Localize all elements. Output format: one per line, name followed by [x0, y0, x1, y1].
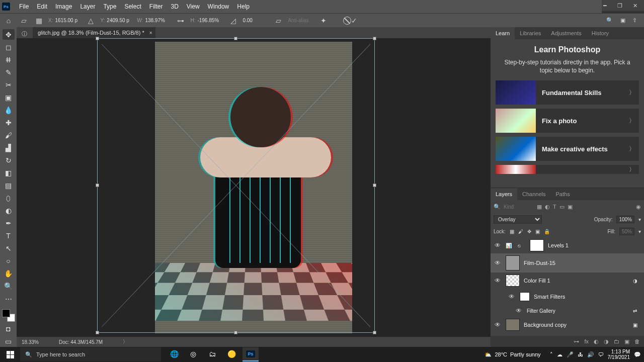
tray-overflow-icon[interactable]: ˄	[550, 351, 553, 358]
window-restore-button[interactable]: ❐	[613, 1, 627, 10]
layer-row-levels[interactable]: 👁 📊 ⎋ Levels 1	[491, 237, 644, 253]
swap-xy-icon[interactable]: △	[85, 15, 96, 26]
filter-toggle-icon[interactable]: ◉	[636, 204, 641, 210]
link-wh-icon[interactable]: ⊶	[175, 15, 186, 26]
hand-tool[interactable]: ✋	[3, 268, 15, 279]
taskbar-edge-icon[interactable]: 🌐	[166, 347, 182, 361]
filter-blend-icon[interactable]: ⇄	[633, 308, 641, 314]
dodge-tool[interactable]: ◐	[3, 206, 15, 216]
eraser-tool[interactable]: ◧	[3, 168, 15, 178]
menu-view[interactable]: View	[183, 0, 204, 13]
shape-tool[interactable]: ○	[3, 256, 15, 266]
menu-edit[interactable]: Edit	[33, 0, 51, 13]
tab-layers[interactable]: Layers	[491, 188, 517, 200]
layer-row-smartfilters[interactable]: 👁 Smart Filters	[491, 289, 644, 305]
search-icon[interactable]: 🔍	[606, 17, 613, 24]
visibility-toggle-icon[interactable]: 👁	[494, 242, 502, 249]
pen-tool[interactable]: ✒	[3, 218, 15, 229]
tray-mic-icon[interactable]: 🎤	[567, 351, 574, 358]
docinfo-display[interactable]: Doc: 44.3M/145.7M	[59, 339, 103, 345]
arrange-documents-icon[interactable]: ▣	[620, 17, 625, 24]
menu-select[interactable]: Select	[120, 0, 145, 13]
type-tool[interactable]: T	[3, 231, 15, 241]
edit-toolbar-icon[interactable]: ⋯	[3, 294, 15, 304]
visibility-toggle-icon[interactable]: 👁	[494, 259, 502, 266]
tray-onedrive-icon[interactable]: ☁	[557, 351, 562, 358]
angle-value[interactable]: 0.00	[243, 18, 268, 23]
menu-window[interactable]: Window	[204, 0, 233, 13]
new-layer-icon[interactable]: ▣	[624, 338, 629, 345]
new-group-icon[interactable]: 🗀	[614, 338, 619, 344]
tray-volume-icon[interactable]: 🔊	[587, 351, 594, 358]
layer-mask-thumb[interactable]	[530, 239, 544, 251]
x-value[interactable]: 1615.00 p	[55, 18, 80, 23]
layer-row-colorfill[interactable]: 👁 Color Fill 1 ◑	[491, 273, 644, 289]
docinfo-chevron-icon[interactable]: 〉	[123, 338, 128, 345]
filter-pixel-icon[interactable]: ▦	[537, 204, 542, 210]
info-icon[interactable]: ⓘ	[22, 30, 27, 38]
layer-filter-input[interactable]	[504, 204, 534, 210]
canvas-viewport[interactable]	[17, 38, 491, 337]
visibility-toggle-icon[interactable]: 👁	[494, 277, 502, 284]
screen-mode-icon[interactable]: ▭	[3, 336, 15, 347]
layer-thumb[interactable]	[506, 275, 520, 287]
menu-help[interactable]: Help	[233, 0, 254, 13]
new-adjustment-icon[interactable]: ◑	[604, 338, 609, 345]
share-icon[interactable]: ⇪	[632, 17, 637, 24]
layer-name[interactable]: Background copy	[524, 322, 629, 328]
layer-row-filtergallery[interactable]: 👁 Filter Gallery ⇄	[491, 305, 644, 317]
marquee-tool[interactable]: ◻	[3, 42, 15, 52]
w-value[interactable]: 138.97%	[145, 18, 170, 23]
layer-name[interactable]: Levels 1	[548, 242, 641, 248]
menu-file[interactable]: File	[15, 0, 33, 13]
tab-paths[interactable]: Paths	[551, 188, 575, 200]
transform-tool-icon[interactable]: ▱	[18, 15, 29, 26]
window-close-button[interactable]: ✕	[628, 1, 642, 10]
visibility-toggle-icon[interactable]: 👁	[515, 307, 523, 314]
menu-3d[interactable]: 3D	[167, 0, 182, 13]
learn-card-fundamental[interactable]: Fundamental Skills 〉	[496, 80, 639, 105]
layer-name[interactable]: Filter Gallery	[527, 308, 629, 314]
taskbar-photoshop-icon[interactable]: Ps	[243, 347, 259, 361]
blur-tool[interactable]: ⬯	[3, 193, 15, 204]
filter-smart-icon[interactable]: ▣	[568, 204, 573, 210]
weather-widget[interactable]: ⛅ 28°C Partly sunny	[485, 351, 540, 358]
taskbar-explorer-icon[interactable]: 🗂	[204, 347, 220, 361]
learn-card-partial[interactable]: 〉	[496, 165, 639, 174]
add-mask-icon[interactable]: ◐	[594, 338, 599, 345]
search-icon[interactable]: 🔍	[494, 204, 501, 210]
eyedropper-tool[interactable]: 💧	[3, 105, 15, 115]
chevron-down-icon[interactable]: ▾	[638, 229, 641, 234]
canvas-image[interactable]	[155, 42, 352, 333]
lasso-tool[interactable]: ⵌ	[3, 54, 15, 65]
warp-icon[interactable]: ✦	[318, 15, 329, 26]
menu-layer[interactable]: Layer	[76, 0, 99, 13]
menu-filter[interactable]: Filter	[145, 0, 167, 13]
clone-stamp-tool[interactable]: ▟	[3, 142, 15, 153]
h-value[interactable]: -196.85%	[197, 18, 222, 23]
layer-name[interactable]: Film-Dust-15	[524, 260, 641, 266]
clock[interactable]: 1:13 PM 7/19/2021	[608, 349, 630, 360]
home-icon[interactable]: ⌂	[3, 15, 14, 26]
fill-value[interactable]: 50%	[619, 228, 634, 235]
lock-all-icon[interactable]: 🔒	[544, 229, 550, 234]
color-swatches[interactable]	[2, 309, 15, 322]
gradient-tool[interactable]: ▤	[3, 180, 15, 191]
menu-type[interactable]: Type	[99, 0, 120, 13]
history-brush-tool[interactable]: ↻	[3, 155, 15, 165]
tab-learn[interactable]: Learn	[491, 27, 515, 39]
chevron-down-icon[interactable]: ▾	[638, 217, 641, 222]
zoom-tool[interactable]: 🔍	[3, 281, 15, 292]
transform-handle-sw[interactable]	[96, 331, 99, 334]
y-value[interactable]: 2409.50 p	[107, 18, 132, 23]
start-button[interactable]	[0, 351, 20, 358]
quick-select-tool[interactable]: ✎	[3, 67, 15, 77]
transform-handle-e[interactable]	[373, 184, 376, 187]
menu-image[interactable]: Image	[51, 0, 76, 13]
close-document-icon[interactable]: ×	[149, 30, 152, 36]
commit-transform-button[interactable]: ✓	[351, 17, 357, 25]
layer-name[interactable]: Color Fill 1	[524, 278, 629, 284]
filter-adjust-icon[interactable]: ◐	[545, 204, 550, 210]
smart-filter-expand-icon[interactable]: ◑	[633, 278, 641, 284]
crop-tool[interactable]: ✂	[3, 79, 15, 90]
